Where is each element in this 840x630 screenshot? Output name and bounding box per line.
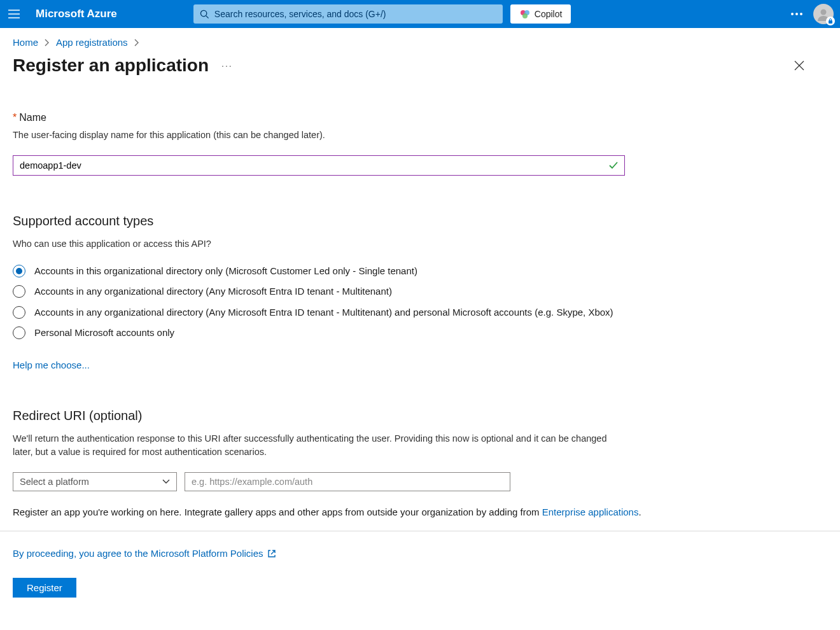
global-search-input[interactable] — [214, 9, 496, 19]
account-types-heading: Supported account types — [13, 214, 827, 228]
account-types-question: Who can use this application or access t… — [13, 237, 827, 251]
lock-icon — [828, 18, 833, 24]
register-button[interactable]: Register — [13, 578, 76, 598]
redirect-platform-select[interactable]: Select a platform — [13, 472, 177, 491]
redirect-uri-heading: Redirect URI (optional) — [13, 409, 827, 423]
radio-icon — [13, 306, 25, 319]
copilot-button[interactable]: Copilot — [510, 4, 571, 24]
account-type-option-multitenant-personal[interactable]: Accounts in any organizational directory… — [13, 305, 827, 320]
hamburger-menu-button[interactable] — [0, 10, 28, 18]
global-search-box[interactable] — [193, 4, 503, 24]
topbar-more-button[interactable] — [784, 13, 809, 15]
svg-point-3 — [522, 13, 528, 18]
breadcrumb: Home App registrations — [0, 28, 840, 52]
horizontal-dots-icon — [791, 13, 802, 15]
platform-policies-link[interactable]: By proceeding, you agree to the Microsof… — [13, 548, 827, 559]
user-avatar[interactable] — [813, 4, 834, 24]
redirect-uri-helper: We'll return the authentication response… — [13, 432, 624, 460]
copilot-label: Copilot — [535, 9, 563, 19]
hamburger-icon — [8, 10, 20, 18]
account-type-option-single-tenant[interactable]: Accounts in this organizational director… — [13, 264, 827, 279]
close-icon — [794, 60, 804, 71]
lock-badge — [826, 17, 835, 25]
app-name-input[interactable] — [13, 155, 625, 176]
help-me-choose-link[interactable]: Help me choose... — [13, 360, 90, 370]
svg-point-7 — [821, 10, 827, 15]
breadcrumb-app-registrations-link[interactable]: App registrations — [56, 37, 128, 48]
radio-icon — [13, 285, 25, 298]
required-indicator: * — [13, 112, 17, 123]
account-type-option-personal-only[interactable]: Personal Microsoft accounts only — [13, 326, 827, 340]
search-icon — [200, 10, 209, 19]
radio-label: Accounts in this organizational director… — [34, 264, 417, 279]
chevron-down-icon — [162, 479, 170, 484]
chevron-right-icon — [45, 39, 50, 46]
form-footer: By proceeding, you agree to the Microsof… — [0, 531, 840, 630]
radio-label: Personal Microsoft accounts only — [34, 326, 174, 340]
radio-icon — [13, 326, 25, 339]
close-button[interactable] — [792, 58, 827, 73]
svg-point-0 — [200, 10, 206, 16]
account-type-option-multitenant[interactable]: Accounts in any organizational directory… — [13, 284, 827, 299]
name-helper-text: The user-facing display name for this ap… — [13, 129, 827, 143]
form-scroll-area[interactable]: *Name The user-facing display name for t… — [0, 89, 840, 531]
page-more-button[interactable]: ··· — [221, 60, 233, 71]
chevron-right-icon — [134, 39, 139, 46]
page-title-row: Register an application ··· — [0, 52, 840, 87]
brand-label[interactable]: Microsoft Azure — [36, 8, 117, 20]
svg-rect-8 — [829, 20, 832, 24]
platform-select-placeholder: Select a platform — [20, 477, 89, 487]
name-field-label: *Name — [13, 112, 827, 123]
top-bar: Microsoft Azure Copilot — [0, 0, 840, 28]
radio-label: Accounts in any organizational directory… — [34, 305, 613, 320]
page-title: Register an application — [13, 55, 209, 76]
radio-icon — [13, 265, 25, 277]
checkmark-icon — [608, 160, 619, 171]
breadcrumb-home-link[interactable]: Home — [13, 37, 38, 48]
enterprise-applications-link[interactable]: Enterprise applications — [542, 507, 639, 517]
svg-point-5 — [795, 13, 798, 15]
svg-point-6 — [800, 13, 802, 15]
integrate-apps-text: Register an app you're working on here. … — [13, 505, 827, 520]
svg-point-4 — [791, 13, 794, 15]
radio-label: Accounts in any organizational directory… — [34, 284, 392, 299]
account-types-radio-group: Accounts in this organizational director… — [13, 264, 827, 340]
redirect-uri-input[interactable] — [185, 472, 510, 491]
copilot-icon — [519, 8, 531, 20]
external-link-icon — [267, 549, 276, 558]
validation-check-icon — [608, 160, 619, 171]
